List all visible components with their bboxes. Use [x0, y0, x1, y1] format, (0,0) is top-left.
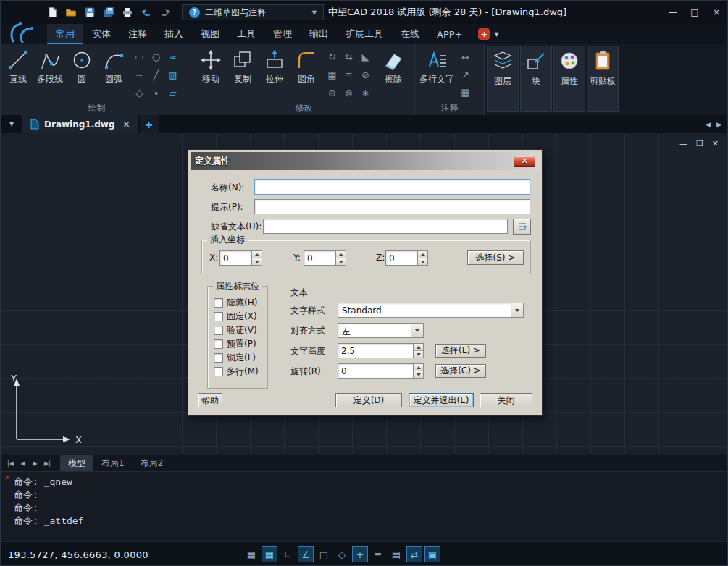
trim-icon[interactable]: ⊘	[357, 66, 374, 84]
flag-constant[interactable]: 固定(X)	[214, 311, 257, 322]
checkbox-icon[interactable]	[214, 353, 223, 363]
checkbox-icon[interactable]	[214, 326, 223, 335]
stepper-up-icon[interactable]	[414, 364, 423, 371]
tab-annotate[interactable]: 注释	[120, 24, 156, 44]
dynamic-input-toggle[interactable]: +	[352, 546, 368, 562]
close-tab-icon[interactable]: ✕	[122, 119, 130, 130]
new-drawing-tab-button[interactable]: +	[140, 115, 159, 133]
stepper-down-icon[interactable]	[418, 258, 427, 265]
chevron-down-icon[interactable]	[511, 303, 523, 317]
chevron-down-icon[interactable]	[411, 324, 423, 337]
ortho-mode-toggle[interactable]: ∟	[280, 546, 296, 562]
array-icon[interactable]: ▦	[324, 66, 340, 84]
tool-mtext[interactable]: 多行文字	[417, 46, 457, 104]
stepper-down-icon[interactable]	[336, 258, 346, 265]
tab-model[interactable]: 模型	[60, 455, 93, 471]
checkbox-icon[interactable]	[214, 339, 223, 349]
panel-layers[interactable]: 图层	[487, 46, 519, 112]
tool-polyline[interactable]: 多段线	[34, 46, 66, 104]
polar-tracking-toggle[interactable]: ∠	[298, 546, 314, 562]
tool-circle[interactable]: 圆	[66, 46, 98, 104]
document-tab-drawing1[interactable]: Drawing1.dwg ✕	[22, 115, 138, 133]
point-icon[interactable]: ∙	[148, 84, 164, 102]
tab-online[interactable]: 在线	[392, 24, 428, 44]
tab-view[interactable]: 视图	[192, 24, 228, 44]
stepper-down-icon[interactable]	[414, 350, 423, 358]
next-layout-icon[interactable]: ▶	[30, 460, 41, 467]
command-line-window[interactable]: ✕ 命令: _qnew 命令: 命令: 命令: _attdef	[1, 471, 727, 541]
name-input[interactable]	[254, 179, 530, 195]
maximize-button[interactable]: □	[684, 1, 706, 24]
tab-manage[interactable]: 管理	[264, 24, 301, 44]
spline-icon[interactable]: ~	[131, 66, 148, 84]
lineweight-display-toggle[interactable]: ≡	[370, 546, 386, 562]
panel-clipboard[interactable]: 剪贴板	[587, 46, 619, 112]
stepper-down-icon[interactable]	[252, 258, 262, 265]
object-snap-toggle[interactable]: □	[316, 546, 332, 562]
tab-home[interactable]: 常用	[47, 24, 83, 44]
scroll-tabs-right-icon[interactable]: ▶	[716, 121, 721, 128]
leader-icon[interactable]: ↗	[457, 67, 474, 84]
dialog-titlebar[interactable]: 定义属性 ✕	[191, 152, 540, 170]
snap-mode-toggle[interactable]: ▦	[243, 546, 259, 562]
rotate-icon[interactable]: ↻	[324, 48, 340, 66]
redo-button[interactable]	[159, 6, 172, 19]
checkbox-icon[interactable]	[214, 298, 223, 308]
pick-rotation-button[interactable]: 选择(C) >	[435, 364, 486, 378]
tool-erase[interactable]: 擦除	[375, 46, 411, 104]
command-close-icon[interactable]: ✕	[4, 473, 10, 481]
z-coordinate-input[interactable]	[385, 250, 417, 266]
rectangle-icon[interactable]: ▭	[131, 48, 148, 66]
tab-layout1[interactable]: 布局1	[93, 455, 133, 471]
close-button[interactable]: ×	[706, 1, 727, 24]
checkbox-icon[interactable]	[214, 312, 223, 321]
stepper-up-icon[interactable]	[418, 251, 427, 258]
flag-multiline[interactable]: 多行(M)	[214, 366, 259, 377]
prompt-input[interactable]	[254, 199, 530, 214]
stepper-up-icon[interactable]	[414, 344, 423, 350]
object-snap-tracking-toggle[interactable]: ◇	[334, 546, 350, 562]
define-button[interactable]: 定义(D)	[335, 393, 402, 407]
last-layout-icon[interactable]: ▶|	[42, 460, 53, 467]
x-coordinate-input[interactable]	[219, 250, 251, 266]
tool-copy[interactable]: 复制	[227, 46, 259, 104]
tab-express-tools[interactable]: 扩展工具	[337, 24, 392, 44]
close-dialog-button[interactable]: 关闭	[480, 393, 532, 407]
app-store-icon[interactable]: +	[478, 28, 490, 40]
tab-insert[interactable]: 插入	[156, 24, 192, 44]
workspace-dropdown[interactable]: ? 二维草图与注释 ▼	[182, 4, 324, 20]
scale-icon[interactable]: ◣	[357, 48, 374, 66]
text-style-select[interactable]: Standard	[338, 303, 524, 318]
define-and-exit-button[interactable]: 定义并退出(E)	[409, 393, 474, 407]
region-icon[interactable]: ▱	[164, 84, 181, 102]
polygon-icon[interactable]: ◇	[131, 84, 148, 102]
new-file-button[interactable]	[46, 6, 59, 19]
tab-solid[interactable]: 实体	[83, 24, 120, 44]
offset-icon[interactable]: ≡	[340, 66, 357, 84]
minimize-button[interactable]: —	[662, 1, 684, 24]
mirror-icon[interactable]: ⇆	[340, 48, 357, 66]
first-layout-icon[interactable]: |◀	[5, 460, 16, 467]
tab-tools[interactable]: 工具	[228, 24, 264, 44]
checkbox-icon[interactable]	[214, 367, 223, 376]
stepper-up-icon[interactable]	[252, 251, 262, 258]
save-all-button[interactable]	[102, 6, 115, 19]
tool-move[interactable]: 移动	[195, 46, 227, 104]
ellipse-icon[interactable]: ○	[148, 48, 164, 66]
break-icon[interactable]: ⊗	[340, 84, 357, 102]
tab-app-plus[interactable]: APP+	[428, 24, 471, 44]
join-icon[interactable]: ⊕	[324, 84, 340, 102]
doc-minimize-icon[interactable]: —	[679, 139, 687, 148]
construction-line-icon[interactable]: ╱	[148, 66, 164, 84]
grid-display-toggle[interactable]: ▦	[262, 546, 277, 562]
plot-button[interactable]	[121, 6, 134, 19]
stepper-up-icon[interactable]	[336, 251, 346, 258]
undo-button[interactable]	[140, 6, 153, 19]
doc-restore-icon[interactable]: ❐	[696, 139, 703, 148]
ribbon-options-chevron-icon[interactable]: ▼	[494, 31, 498, 38]
flag-verify[interactable]: 验证(V)	[214, 324, 257, 336]
fullscreen-toggle[interactable]: ▣	[424, 546, 440, 562]
tool-line[interactable]: 直线	[2, 46, 34, 104]
tool-arc[interactable]: 圆弧	[98, 46, 130, 104]
linear-dimension-icon[interactable]: ↔	[457, 49, 474, 67]
